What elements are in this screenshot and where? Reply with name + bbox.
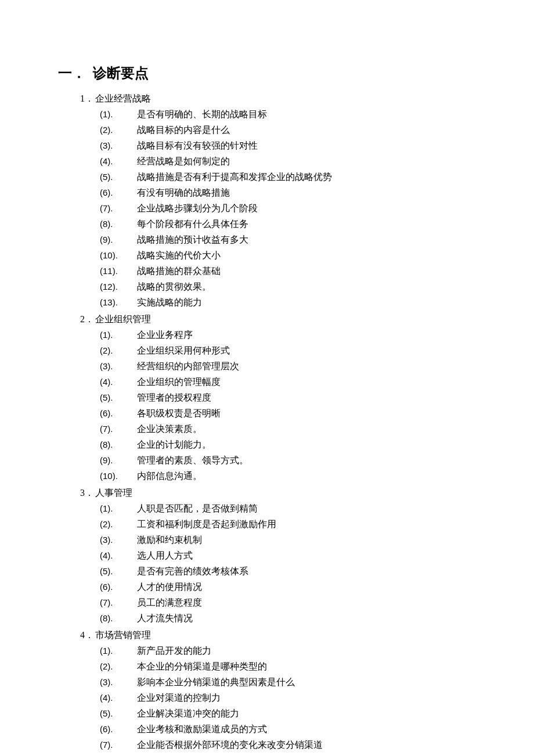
list-item: (10).战略实施的代价大小 [100,247,482,263]
item-number: (6). [100,579,137,595]
item-number: (3). [100,358,137,374]
list-item: (1).是否有明确的、长期的战略目标 [100,106,482,122]
section-title: 企业组织管理 [95,311,151,327]
item-number: (1). [100,643,137,658]
item-number: (13). [100,294,137,310]
list-item: (10).内部信息沟通。 [100,468,482,484]
section-number: 4． [80,627,95,643]
item-number: (7). [100,595,137,610]
item-number: (4). [100,153,137,169]
list-item: (5).是否有完善的绩效考核体系 [100,563,482,579]
item-text: 战略目标的内容是什么 [137,122,230,138]
list-item: (7).企业决策素质。 [100,421,482,437]
section-header: 3．人事管理 [80,485,482,501]
list-item: (3).战略目标有没有较强的针对性 [100,138,482,153]
item-number: (2). [100,343,137,358]
item-text: 企业组织的管理幅度 [137,374,221,390]
item-text: 战略措施的群众基础 [137,263,221,279]
list-item: (1).企业业务程序 [100,327,482,343]
list-item: (3).激励和约束机制 [100,532,482,548]
item-list: (1).是否有明确的、长期的战略目标(2).战略目标的内容是什么(3).战略目标… [100,106,482,310]
list-item: (7).企业战略步骤划分为几个阶段 [100,200,482,216]
item-text: 战略实施的代价大小 [137,247,221,263]
item-number: (8). [100,216,137,232]
list-item: (5).企业解决渠道冲突的能力 [100,705,482,721]
list-item: (12).战略的贯彻效果。 [100,279,482,294]
section-number: 1． [80,91,95,106]
section-header: 2．企业组织管理 [80,311,482,327]
item-number: (6). [100,185,137,200]
list-item: (4).经营战略是如何制定的 [100,153,482,169]
item-number: (4). [100,690,137,705]
item-text: 人才流失情况 [137,610,193,626]
item-text: 战略目标有没有较强的针对性 [137,138,258,153]
item-number: (4). [100,374,137,390]
item-number: (5). [100,169,137,185]
item-number: (7). [100,421,137,437]
item-text: 管理者的素质、领导方式。 [137,452,248,468]
list-item: (1).新产品开发的能力 [100,643,482,658]
item-number: (6). [100,721,137,737]
list-item: (5).战略措施是否有利于提高和发挥企业的战略优势 [100,169,482,185]
item-text: 工资和福利制度是否起到激励作用 [137,516,276,532]
item-number: (9). [100,452,137,468]
document-page: 一． 诊断要点 1．企业经营战略(1).是否有明确的、长期的战略目标(2).战略… [0,0,534,756]
item-text: 企业战略步骤划分为几个阶段 [137,200,258,216]
item-text: 战略措施是否有利于提高和发挥企业的战略优势 [137,169,332,185]
item-text: 有没有明确的战略措施 [137,185,230,200]
item-text: 激励和约束机制 [137,532,202,548]
item-text: 内部信息沟通。 [137,468,202,484]
section-header: 4．市场营销管理 [80,627,482,643]
item-text: 影响本企业分销渠道的典型因素是什么 [137,674,295,690]
item-number: (9). [100,232,137,247]
list-item: (8).每个阶段都有什么具体任务 [100,216,482,232]
item-text: 人才的使用情况 [137,579,202,595]
section-title: 企业经营战略 [95,91,151,106]
item-number: (7). [100,200,137,216]
item-text: 企业决策素质。 [137,421,202,437]
heading-number: 一． [58,64,93,82]
item-number: (1). [100,501,137,516]
list-item: (2).战略目标的内容是什么 [100,122,482,138]
item-text: 战略的贯彻效果。 [137,279,211,294]
list-item: (2).企业组织采用何种形式 [100,343,482,358]
item-number: (8). [100,610,137,626]
item-text: 战略措施的预计收益有多大 [137,232,248,247]
section: 4．市场营销管理(1).新产品开发的能力(2).本企业的分销渠道是哪种类型的(3… [80,627,482,753]
list-item: (5).管理者的授权程度 [100,390,482,405]
item-number: (5). [100,390,137,405]
section: 1．企业经营战略(1).是否有明确的、长期的战略目标(2).战略目标的内容是什么… [80,91,482,310]
item-number: (4). [100,548,137,563]
list-item: (6).企业考核和激励渠道成员的方式 [100,721,482,737]
item-text: 本企业的分销渠道是哪种类型的 [137,658,267,674]
list-item: (2).本企业的分销渠道是哪种类型的 [100,658,482,674]
item-text: 是否有明确的、长期的战略目标 [137,106,267,122]
list-item: (7).员工的满意程度 [100,595,482,610]
item-text: 经营组织的内部管理层次 [137,358,239,374]
item-text: 企业考核和激励渠道成员的方式 [137,721,267,737]
item-text: 每个阶段都有什么具体任务 [137,216,248,232]
item-number: (5). [100,563,137,579]
item-list: (1).企业业务程序(2).企业组织采用何种形式(3).经营组织的内部管理层次(… [100,327,482,484]
item-number: (3). [100,138,137,153]
item-text: 企业组织采用何种形式 [137,343,230,358]
item-number: (3). [100,674,137,690]
list-item: (13).实施战略的能力 [100,294,482,310]
list-item: (3).影响本企业分销渠道的典型因素是什么 [100,674,482,690]
heading-level-1: 一． 诊断要点 [58,64,482,82]
list-item: (7).企业能否根据外部环境的变化来改变分销渠道 [100,737,482,753]
item-text: 企业对渠道的控制力 [137,690,221,705]
item-number: (6). [100,405,137,421]
item-text: 是否有完善的绩效考核体系 [137,563,248,579]
item-text: 实施战略的能力 [137,294,202,310]
item-list: (1).新产品开发的能力(2).本企业的分销渠道是哪种类型的(3).影响本企业分… [100,643,482,753]
item-text: 企业能否根据外部环境的变化来改变分销渠道 [137,737,323,753]
section-title: 市场营销管理 [95,627,151,643]
item-number: (1). [100,327,137,343]
item-text: 新产品开发的能力 [137,643,211,658]
item-number: (2). [100,658,137,674]
item-number: (11). [100,263,137,279]
list-item: (6).各职级权责是否明晰 [100,405,482,421]
item-text: 企业业务程序 [137,327,193,343]
list-item: (4).选人用人方式 [100,548,482,563]
